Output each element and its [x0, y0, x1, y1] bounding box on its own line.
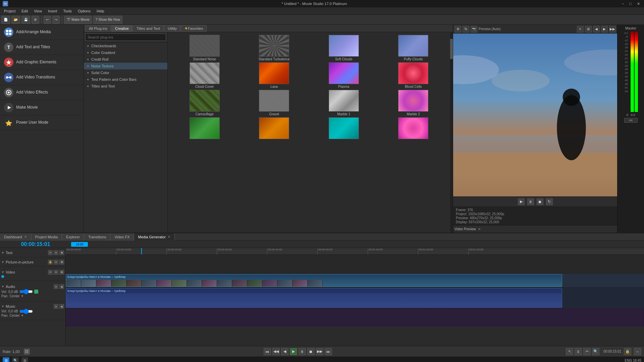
preview-option-5[interactable]: ▶▶	[609, 26, 616, 33]
sidebar-item-make-movie[interactable]: Make Movie	[0, 100, 84, 115]
envelope-tool[interactable]: ⧖	[575, 348, 582, 355]
stop-transport-button[interactable]: ⏹	[307, 348, 315, 355]
tab-transitions[interactable]: Transitions	[84, 233, 110, 241]
menu-project[interactable]: Project	[1, 8, 18, 14]
plugin-camouflage[interactable]: Camouflage	[170, 90, 239, 116]
zoom-tool[interactable]: 🔍	[592, 348, 599, 355]
filter-color-gradient[interactable]: ✦ Color Gradient	[84, 49, 167, 56]
vol-slider[interactable]	[19, 290, 33, 293]
track-btn[interactable]: ◉	[59, 260, 64, 264]
rewind-button[interactable]: ◀	[281, 348, 288, 355]
preview-settings-button[interactable]: ⚙	[454, 26, 461, 33]
next-frame-button[interactable]: ▶▶	[316, 348, 323, 355]
settings-button[interactable]: ⚙	[32, 16, 39, 24]
track-add-button[interactable]	[1, 275, 4, 278]
menu-tools[interactable]: Tools	[60, 8, 74, 14]
track-btn[interactable]: ◉	[59, 304, 64, 309]
plugin-cloud-cover[interactable]: Cloud Cover	[170, 62, 239, 88]
playhead[interactable]	[141, 248, 142, 254]
menu-insert[interactable]: Insert	[45, 8, 60, 14]
start-button[interactable]: ⊞	[3, 357, 9, 362]
track-mute-button[interactable]: ●	[54, 270, 58, 275]
menu-options[interactable]: Options	[75, 8, 93, 14]
select-tool[interactable]: ↖	[566, 348, 573, 355]
sidebar-item-add-effects[interactable]: Add Video Effects	[0, 85, 84, 100]
plugin-gravel[interactable]: Gravel	[240, 90, 309, 116]
filter-checkerboards[interactable]: ✦ Checkerboards	[84, 43, 167, 49]
filter-test-pattern[interactable]: ✦ Test Pattern and Color Bars	[84, 76, 167, 83]
track-btn[interactable]: ●	[54, 304, 58, 309]
track-mute-button[interactable]: ●	[54, 250, 58, 255]
track-btn[interactable]: 🔒	[48, 260, 53, 264]
sidebar-item-add-arrange[interactable]: Add/Arrange Media	[0, 25, 84, 40]
play-transport-button[interactable]: ▶	[290, 348, 297, 355]
tab-dashboard[interactable]: Dashboard ✕	[0, 233, 31, 241]
timecode-lock[interactable]: 🔒	[624, 348, 631, 355]
plugin-blood-cells[interactable]: Blood Cells	[379, 62, 448, 88]
make-movie-button[interactable]: 🎬 Make Movie	[64, 16, 92, 24]
tab-favorites[interactable]: ★ Favorites	[181, 25, 207, 32]
pause-transport-button[interactable]: ⏸	[299, 348, 306, 355]
new-project-button[interactable]: 📄	[1, 16, 10, 24]
video-preview-close[interactable]: ✕	[478, 227, 481, 231]
go-to-start-button[interactable]: ⏮	[264, 348, 271, 355]
snap-button[interactable]: ⊡	[24, 349, 30, 355]
track-solo-button[interactable]: ◉	[59, 250, 64, 255]
tab-close-icon[interactable]: ✕	[24, 235, 27, 239]
track-fx-button[interactable]: fx	[48, 270, 53, 275]
loop-button[interactable]: ↻	[546, 198, 553, 205]
master-expand-button[interactable]: ≡≡	[624, 118, 638, 123]
tab-titles-text[interactable]: Titles and Text	[133, 25, 164, 32]
plugin-lava[interactable]: Lava	[240, 62, 309, 88]
preview-format-button[interactable]: 📷	[471, 26, 477, 33]
filter-titles-text[interactable]: ✦ Titles and Text	[84, 83, 167, 89]
preview-option-1[interactable]: ≡	[577, 26, 584, 33]
close-button[interactable]: ✕	[636, 2, 641, 6]
track-fx-button[interactable]: fx	[48, 250, 53, 255]
tab-project-media[interactable]: Project Media	[31, 233, 62, 241]
track-btn[interactable]: ●	[54, 284, 58, 289]
track-solo-button[interactable]: ◉	[59, 270, 64, 275]
sidebar-item-add-transitions[interactable]: Add Video Transitions	[0, 70, 84, 85]
tab-all-plugins[interactable]: All Plug-ins	[85, 25, 111, 32]
tab-utility[interactable]: Utility	[164, 25, 180, 32]
maximize-button[interactable]: □	[628, 2, 633, 6]
plugin-scrollbar[interactable]	[450, 32, 453, 233]
preview-option-2[interactable]: ⊞	[585, 26, 592, 33]
sidebar-item-add-graphic[interactable]: Add Graphic Elements	[0, 55, 84, 70]
sidebar-item-power-user[interactable]: Power User Mode	[0, 115, 84, 130]
menu-help[interactable]: Help	[94, 8, 107, 14]
plugin-cyan[interactable]	[310, 117, 378, 140]
search-input[interactable]	[85, 34, 166, 41]
track-btn[interactable]: ●	[54, 260, 58, 264]
taskview-button[interactable]: ⊞	[21, 357, 28, 362]
tab-media-generator[interactable]: Media Generator ✕	[134, 233, 175, 241]
preview-option-4[interactable]: ▶	[601, 26, 608, 33]
plugin-puffy-clouds[interactable]: Puffy Clouds	[379, 35, 448, 61]
music-vol-slider[interactable]	[19, 310, 33, 313]
plugin-marble-2[interactable]: Marble 2	[379, 90, 448, 116]
plugin-standard-turbulence[interactable]: Standard Turbulence	[240, 35, 309, 61]
pan-expand[interactable]: ▼	[21, 314, 24, 317]
prev-frame-button[interactable]: ◀◀	[272, 348, 280, 355]
plugin-plasma[interactable]: Plasma	[310, 62, 378, 88]
tab-explorer[interactable]: Explorer	[62, 233, 84, 241]
sidebar-item-add-text[interactable]: T Add Text and Titles	[0, 40, 84, 55]
pause-button[interactable]: ⏸	[527, 198, 534, 205]
search-taskbar[interactable]: 🔍	[12, 357, 19, 362]
tab-media-generator-close[interactable]: ✕	[168, 235, 170, 239]
minimize-button[interactable]: −	[621, 2, 625, 6]
plugin-orange[interactable]	[240, 117, 309, 140]
track-btn[interactable]: ◉	[59, 284, 64, 289]
play-button[interactable]: ▶	[518, 198, 525, 205]
undo-button[interactable]: ↩	[44, 16, 51, 24]
plugin-green[interactable]	[170, 117, 239, 140]
stop-button[interactable]: ⏹	[537, 198, 543, 205]
filter-solid-color[interactable]: ✦ Solid Color	[84, 69, 167, 76]
tab-video-fx[interactable]: Video FX	[110, 233, 134, 241]
plugin-soft-clouds[interactable]: Soft Clouds	[310, 35, 378, 61]
split-tool[interactable]: ✂	[583, 348, 591, 355]
filter-noise-texture[interactable]: ✦ Noise Texture	[84, 63, 167, 69]
preview-option-3[interactable]: ◀	[593, 26, 600, 33]
audio-clip[interactable]: Клаустрофобы Квест в Москве – трейлер	[66, 288, 562, 308]
